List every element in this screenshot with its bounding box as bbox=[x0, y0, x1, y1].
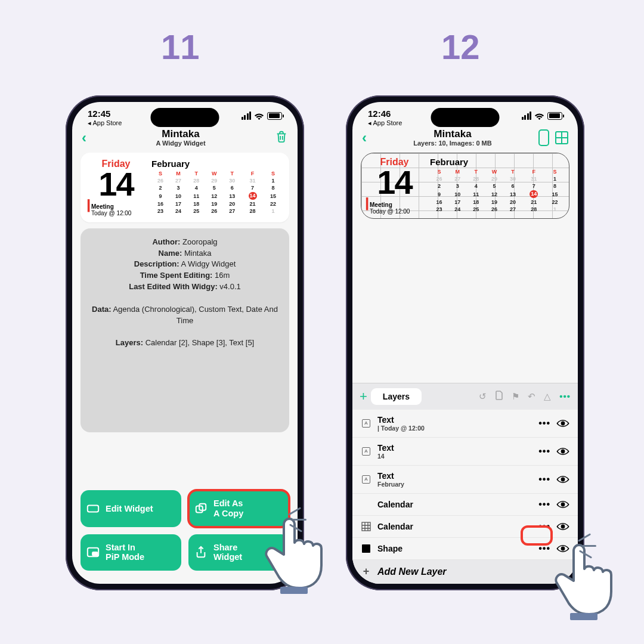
plus-icon: + bbox=[361, 565, 371, 578]
svg-point-8 bbox=[561, 503, 564, 506]
preview-date: 14 bbox=[366, 168, 423, 197]
layer-name: Shape bbox=[377, 544, 532, 553]
svg-rect-9 bbox=[362, 522, 370, 531]
svg-rect-4 bbox=[92, 552, 97, 556]
history-icon[interactable]: ↺ bbox=[479, 391, 487, 402]
layer-subtitle: 14 bbox=[377, 453, 532, 460]
preview-month: February bbox=[430, 157, 564, 167]
visibility-toggle[interactable] bbox=[556, 500, 569, 509]
svg-point-10 bbox=[561, 525, 564, 528]
wifi-icon bbox=[254, 112, 264, 119]
layer-name: Calendar bbox=[377, 522, 532, 531]
share-icon bbox=[194, 546, 208, 559]
page-title: Mintaka bbox=[156, 129, 205, 140]
status-time: 12:45 bbox=[88, 109, 122, 119]
undo-icon[interactable]: ↶ bbox=[528, 391, 535, 402]
layer-row[interactable]: AText| Today @ 12:00••• bbox=[352, 410, 578, 438]
preview-month: February bbox=[151, 159, 282, 169]
layer-type-icon: A bbox=[361, 419, 371, 428]
preview-date: 14 bbox=[88, 169, 144, 199]
dynamic-island bbox=[151, 108, 219, 127]
page-title: Mintaka bbox=[413, 129, 491, 140]
add-new-layer-row[interactable]: + Add New Layer bbox=[352, 560, 578, 584]
event-time: Today @ 12:00 bbox=[91, 210, 131, 216]
svg-point-7 bbox=[561, 478, 564, 481]
page-subtitle: A Widgy Widget bbox=[156, 140, 205, 147]
visibility-toggle[interactable] bbox=[556, 419, 569, 428]
layer-more-button[interactable]: ••• bbox=[538, 499, 550, 510]
back-button[interactable]: ‹ bbox=[362, 129, 367, 146]
event-marker-icon: ▎ bbox=[88, 203, 96, 209]
layer-more-button[interactable]: ••• bbox=[538, 418, 550, 429]
cellular-icon bbox=[242, 112, 252, 120]
svg-point-11 bbox=[561, 547, 564, 550]
status-back-app[interactable]: ◂ App Store bbox=[368, 119, 402, 126]
layer-more-button[interactable]: ••• bbox=[538, 446, 550, 457]
layer-name: Calendar bbox=[377, 500, 532, 509]
copy-icon bbox=[194, 502, 208, 515]
nav-bar: ‹ Mintaka A Widgy Widget bbox=[72, 126, 298, 151]
tutorial-highlight bbox=[521, 525, 553, 546]
preview-calendar: SMTWTFS 26272829303112345678910111213141… bbox=[151, 170, 282, 215]
battery-icon bbox=[267, 112, 282, 120]
layer-more-button[interactable]: ••• bbox=[538, 474, 550, 485]
cellular-icon bbox=[522, 112, 532, 120]
edit-as-copy-button[interactable]: Edit As A Copy bbox=[188, 490, 289, 527]
nav-bar: ‹ Mintaka Layers: 10, Images: 0 MB bbox=[352, 126, 578, 151]
device-frame-button[interactable] bbox=[538, 129, 549, 146]
svg-point-6 bbox=[561, 450, 564, 453]
widget-preview: Friday 14 ▎ Meeting Today @ 12:00 Februa… bbox=[80, 153, 289, 222]
widget-info-panel: Author: Zooropalg Name: Mintaka Descript… bbox=[80, 228, 289, 432]
svg-rect-0 bbox=[88, 505, 98, 512]
event-time: Today @ 12:00 bbox=[370, 208, 410, 215]
pip-icon bbox=[86, 546, 100, 558]
document-icon[interactable] bbox=[495, 391, 503, 402]
dynamic-island bbox=[431, 108, 500, 127]
action-buttons: Edit Widget Edit As A Copy Start In PiP … bbox=[80, 490, 289, 571]
trash-button[interactable] bbox=[275, 130, 288, 145]
rectangle-icon bbox=[86, 503, 100, 514]
pip-mode-button[interactable]: Start In PiP Mode bbox=[80, 534, 181, 571]
visibility-toggle[interactable] bbox=[556, 544, 569, 553]
wifi-icon bbox=[534, 112, 544, 119]
grid-toggle-button[interactable] bbox=[555, 131, 568, 144]
visibility-toggle[interactable] bbox=[556, 447, 569, 456]
add-layer-button[interactable]: + bbox=[360, 389, 367, 404]
layer-type-icon bbox=[361, 544, 371, 553]
status-time: 12:46 bbox=[368, 109, 402, 119]
layer-row[interactable]: Calendar••• bbox=[352, 494, 578, 516]
layer-row[interactable]: AText14••• bbox=[352, 438, 578, 466]
layer-name: Text bbox=[377, 415, 532, 425]
visibility-toggle[interactable] bbox=[556, 522, 569, 531]
warning-icon[interactable]: △ bbox=[544, 391, 551, 402]
step-number-11: 11 bbox=[161, 27, 200, 67]
layer-row[interactable]: ATextFebruary••• bbox=[352, 466, 578, 494]
phone-12: 12:46 ◂ App Store ‹ Mintaka Layers: 10, … bbox=[346, 95, 584, 590]
visibility-toggle[interactable] bbox=[556, 475, 569, 484]
status-back-app[interactable]: ◂ App Store bbox=[88, 119, 122, 126]
svg-point-5 bbox=[561, 422, 564, 425]
edit-widget-button[interactable]: Edit Widget bbox=[80, 490, 181, 527]
layers-panel: + Layers ↺ ⚑ ↶ △ ••• AText| Today @ 12:0… bbox=[352, 383, 578, 584]
page-subtitle: Layers: 10, Images: 0 MB bbox=[413, 140, 491, 147]
back-button[interactable]: ‹ bbox=[82, 129, 86, 146]
layer-type-icon bbox=[361, 522, 371, 531]
more-menu-button[interactable]: ••• bbox=[559, 391, 571, 401]
layer-name: Text bbox=[377, 471, 532, 481]
step-number-12: 12 bbox=[441, 27, 480, 67]
layer-name: Text bbox=[377, 443, 532, 453]
widget-editor-canvas[interactable]: Friday 14 ▎ Meeting Today @ 12:00 Februa… bbox=[361, 153, 569, 218]
layer-subtitle: February bbox=[377, 481, 532, 488]
layer-type-icon: A bbox=[361, 447, 371, 456]
battery-icon bbox=[547, 112, 562, 120]
flag-icon[interactable]: ⚑ bbox=[512, 391, 519, 402]
layer-type-icon: A bbox=[361, 475, 371, 484]
phone-11: 12:45 ◂ App Store ‹ Mintaka A Widgy Widg… bbox=[66, 95, 304, 590]
svg-rect-12 bbox=[280, 587, 308, 594]
event-marker-icon: ▎ bbox=[366, 201, 374, 208]
svg-rect-13 bbox=[570, 613, 597, 620]
layers-tab[interactable]: Layers bbox=[371, 388, 422, 405]
layer-subtitle: | Today @ 12:00 bbox=[377, 425, 532, 432]
share-widget-button[interactable]: Share Widget bbox=[188, 534, 289, 571]
preview-calendar: SMTWTFS 26272829303112345678910111213141… bbox=[430, 168, 564, 213]
